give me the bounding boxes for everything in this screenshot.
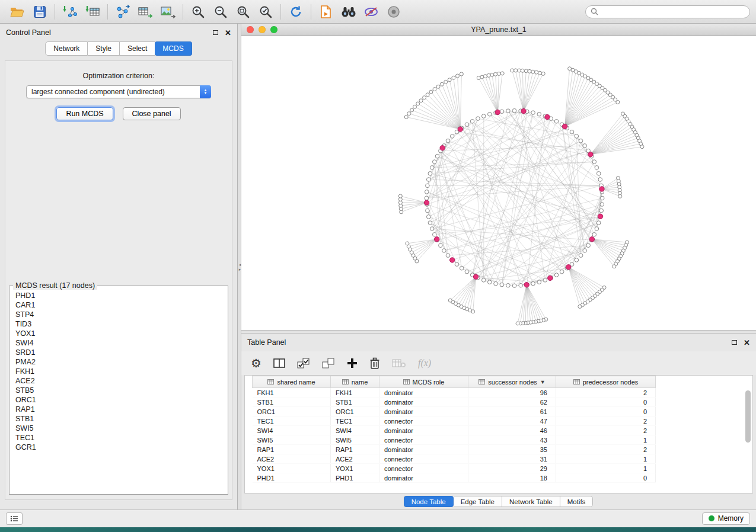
table-cell[interactable]: FKH1 bbox=[253, 388, 331, 398]
dominator-node[interactable] bbox=[598, 214, 602, 219]
network-node[interactable] bbox=[481, 278, 486, 283]
network-node[interactable] bbox=[426, 209, 430, 213]
table-cell[interactable]: 46 bbox=[468, 426, 556, 435]
table-cell[interactable]: 47 bbox=[468, 416, 556, 426]
table-row[interactable]: YOX1YOX1connector291 bbox=[253, 464, 666, 473]
dominator-node[interactable] bbox=[589, 237, 594, 242]
network-node[interactable] bbox=[465, 270, 469, 274]
network-node[interactable] bbox=[579, 254, 583, 258]
dominator-node[interactable] bbox=[450, 258, 455, 262]
column-header-predecessor-nodes[interactable]: predecessor nodes bbox=[556, 376, 656, 388]
network-node[interactable] bbox=[531, 111, 535, 115]
table-cell[interactable]: connector bbox=[379, 435, 468, 445]
table-row[interactable]: ORC1ORC1dominator610 bbox=[253, 407, 666, 416]
table-cell[interactable]: 2 bbox=[556, 416, 656, 426]
table-cell[interactable]: 31 bbox=[468, 454, 556, 464]
search-input[interactable] bbox=[601, 8, 745, 16]
network-node[interactable] bbox=[487, 280, 492, 284]
leaf-node[interactable] bbox=[452, 76, 455, 79]
table-cell[interactable]: 62 bbox=[468, 398, 556, 407]
leaf-node[interactable] bbox=[448, 78, 451, 82]
mcds-result-item[interactable]: GCR1 bbox=[11, 443, 226, 452]
close-panel-button[interactable]: Close panel bbox=[123, 107, 181, 120]
network-node[interactable] bbox=[500, 283, 504, 287]
leaf-node[interactable] bbox=[416, 102, 420, 105]
tab-mcds[interactable]: MCDS bbox=[155, 41, 192, 56]
leaf-node[interactable] bbox=[518, 69, 521, 72]
mcds-result-item[interactable]: SWI5 bbox=[11, 424, 226, 433]
leaf-node[interactable] bbox=[436, 85, 440, 88]
network-node[interactable] bbox=[596, 172, 601, 176]
mcds-result-item[interactable]: STB5 bbox=[11, 386, 226, 395]
search-network-button[interactable] bbox=[337, 2, 360, 21]
table-row[interactable]: FKH1FKH1dominator962 bbox=[253, 388, 666, 398]
dominator-node[interactable] bbox=[434, 237, 439, 242]
save-session-button[interactable] bbox=[28, 2, 51, 21]
network-node[interactable] bbox=[442, 249, 446, 253]
memory-button[interactable]: Memory bbox=[702, 512, 750, 525]
table-cell[interactable]: 0 bbox=[556, 407, 656, 416]
import-table-button[interactable] bbox=[81, 2, 104, 21]
network-node[interactable] bbox=[432, 160, 436, 164]
leaf-node[interactable] bbox=[521, 69, 524, 72]
leaf-node[interactable] bbox=[497, 72, 500, 75]
network-node[interactable] bbox=[487, 112, 492, 116]
function-builder-button[interactable]: f(x) bbox=[418, 355, 431, 371]
tab-motifs[interactable]: Motifs bbox=[560, 496, 594, 507]
network-node[interactable] bbox=[512, 284, 516, 288]
leaf-node[interactable] bbox=[538, 71, 541, 75]
table-cell[interactable]: SWI5 bbox=[331, 435, 379, 445]
table-cell[interactable]: ORC1 bbox=[331, 407, 379, 416]
leaf-node[interactable] bbox=[531, 70, 535, 73]
network-canvas[interactable] bbox=[241, 36, 756, 330]
network-node[interactable] bbox=[439, 243, 443, 248]
tab-edge-table[interactable]: Edge Table bbox=[454, 496, 502, 507]
network-node[interactable] bbox=[430, 227, 434, 231]
table-cell[interactable]: connector bbox=[379, 416, 468, 426]
leaf-node[interactable] bbox=[541, 72, 545, 75]
network-node[interactable] bbox=[426, 215, 430, 219]
dominator-node[interactable] bbox=[545, 114, 550, 119]
tab-network[interactable]: Network bbox=[45, 41, 88, 56]
close-table-panel-icon[interactable]: ✕ bbox=[744, 339, 750, 347]
table-cell[interactable]: PHD1 bbox=[253, 473, 331, 483]
dominator-node[interactable] bbox=[521, 108, 526, 113]
mcds-result-item[interactable]: RAP1 bbox=[11, 405, 226, 414]
table-cell[interactable]: 29 bbox=[468, 464, 556, 473]
run-mcds-button[interactable]: Run MCDS bbox=[56, 107, 113, 120]
network-node[interactable] bbox=[465, 123, 469, 127]
network-node[interactable] bbox=[455, 262, 459, 267]
tab-network-table[interactable]: Network Table bbox=[502, 496, 560, 507]
dominator-node[interactable] bbox=[524, 283, 529, 287]
network-node[interactable] bbox=[428, 172, 432, 176]
zoom-in-button[interactable] bbox=[187, 2, 209, 21]
table-cell[interactable]: RAP1 bbox=[331, 445, 379, 454]
network-node[interactable] bbox=[481, 114, 486, 118]
mcds-result-item[interactable]: PMA2 bbox=[11, 357, 226, 367]
mcds-result-item[interactable]: SWI4 bbox=[11, 338, 226, 348]
table-cell[interactable]: TEC1 bbox=[253, 416, 331, 426]
network-node[interactable] bbox=[595, 166, 599, 170]
delete-table-button[interactable] bbox=[392, 355, 406, 371]
table-cell[interactable]: ORC1 bbox=[253, 407, 331, 416]
leaf-node[interactable] bbox=[516, 322, 519, 325]
table-cell[interactable]: 96 bbox=[468, 388, 556, 398]
birds-eye-view-button[interactable] bbox=[382, 2, 405, 21]
network-node[interactable] bbox=[446, 139, 450, 143]
table-cell[interactable]: RAP1 bbox=[253, 445, 331, 454]
network-node[interactable] bbox=[596, 221, 601, 225]
network-node[interactable] bbox=[432, 233, 436, 237]
export-network-button[interactable] bbox=[111, 2, 134, 21]
dominator-node[interactable] bbox=[588, 152, 593, 156]
export-document-button[interactable] bbox=[315, 2, 337, 21]
table-cell[interactable]: STB1 bbox=[331, 398, 379, 407]
network-node[interactable] bbox=[435, 154, 439, 158]
select-all-button[interactable] bbox=[297, 355, 310, 371]
table-cell[interactable]: 61 bbox=[468, 407, 556, 416]
leaf-node[interactable] bbox=[616, 100, 620, 104]
mcds-result-item[interactable]: STP4 bbox=[11, 310, 226, 319]
table-row[interactable]: ACE2ACE2connector311 bbox=[253, 454, 666, 464]
leaf-node[interactable] bbox=[511, 69, 514, 72]
float-panel-icon[interactable] bbox=[213, 30, 218, 35]
zoom-fit-button[interactable] bbox=[232, 2, 254, 21]
